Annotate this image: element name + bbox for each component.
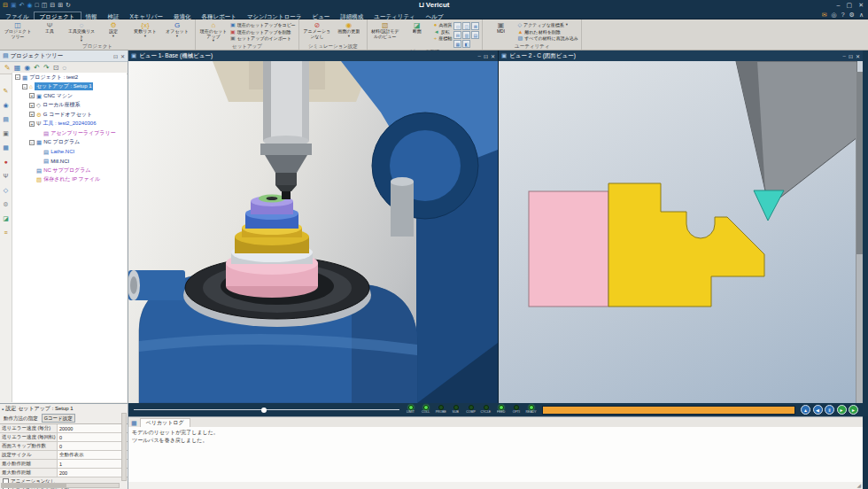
tree-close-icon[interactable]: ✕ [120, 53, 125, 59]
pause-button[interactable]: Ⅱ [825, 405, 834, 415]
log-tab[interactable]: ベリカットログ [140, 418, 190, 427]
redo-icon[interactable]: ↷ [43, 64, 50, 73]
settings-value[interactable]: 0 [58, 442, 128, 450]
stock-design-view-button[interactable]: ▧材料/設計モデルのビュー [370, 20, 400, 48]
tools-button[interactable]: Ψ工具 [35, 20, 65, 43]
help-icon[interactable]: ? [841, 11, 845, 19]
expander-icon[interactable]: + [29, 103, 35, 108]
step-back-button[interactable]: ◀ [813, 405, 823, 415]
remove-material-button[interactable]: ▲離れた材料を削除 [517, 29, 578, 35]
model-icon[interactable]: ▤ [3, 116, 9, 123]
project-tree-button[interactable]: ◫プロジェクトツリー [3, 20, 33, 43]
settings-gear-icon[interactable]: ⚙ [849, 11, 855, 19]
settings-tab-1[interactable]: 動作方法の指定 [2, 415, 40, 422]
view-minimize-button[interactable]: – [843, 53, 846, 59]
view-layout-7-icon[interactable]: ▦ [453, 40, 461, 48]
reset-model-button[interactable]: ▲ [801, 405, 810, 415]
speed-slider[interactable] [134, 406, 399, 415]
tree-item[interactable]: +Ψ工具 : test2_20240306 [12, 120, 127, 129]
axes-button[interactable]: +座標軸 [434, 35, 453, 41]
tree-item[interactable]: ▤NC サブプログラム [12, 166, 127, 175]
scrollbar-thumb[interactable] [856, 72, 863, 254]
import-setup-button[interactable]: ▣セットアップのインポート [230, 35, 296, 41]
view-layout-8-icon[interactable]: ◧ [462, 40, 470, 48]
settings-tab-2[interactable]: Gコード設定 [42, 414, 75, 423]
current-setup-button[interactable]: ⌂現在のセットアップ▾ [198, 20, 229, 43]
view-maximize-button[interactable]: ⊡ [484, 53, 488, 59]
settings-hscrollbar[interactable] [1, 483, 120, 488]
settings-value[interactable]: 0 [58, 433, 128, 441]
sound-icon[interactable]: ◎ [832, 11, 837, 19]
tree-item[interactable]: +▣CNC マシン [12, 91, 127, 101]
tree-item[interactable]: ▤アセンブリーライブラリー [12, 128, 127, 138]
minimize-button[interactable]: – [837, 2, 841, 9]
single-step-button[interactable]: ► [837, 405, 847, 415]
profile-view-scrollbar[interactable] [856, 72, 863, 403]
machine-icon[interactable]: ▣ [3, 130, 9, 137]
export-icon[interactable]: ⊡ [53, 64, 59, 73]
tree-item[interactable]: +⚙G コードオフセット [12, 110, 127, 120]
view-close-button[interactable]: ✕ [856, 53, 860, 59]
measure-icon[interactable]: ◉ [3, 102, 8, 109]
scrollbar-thumb[interactable] [2, 484, 66, 487]
settings-value[interactable]: 全動作表示 [58, 451, 128, 459]
reload-material-button[interactable]: ▨すべての材料に再読み込み [517, 35, 578, 41]
report-icon[interactable]: ▦ [3, 144, 9, 151]
tree-item[interactable]: −▦NC プログラム [12, 138, 127, 148]
settings-value[interactable]: 1 [58, 460, 128, 468]
expander-icon[interactable]: + [29, 112, 35, 117]
settings-vscrollbar[interactable] [121, 413, 127, 481]
view-maximize-button[interactable]: ⊡ [849, 53, 853, 59]
tool-change-list-button[interactable]: ◌工具交換リスト▾ [66, 20, 97, 43]
settings-value[interactable]: 20000 [58, 424, 128, 432]
resize-grip[interactable]: ◢ [856, 482, 861, 488]
copy-setup-button[interactable]: ▣現在のセットアップをコピー [230, 22, 296, 27]
tree-item[interactable]: ▨保存された IP ファイル [12, 175, 127, 185]
feedback-icon[interactable]: ✉ [822, 11, 827, 19]
invert-button[interactable]: ◄反転 [434, 29, 453, 35]
search-icon[interactable]: ◌ [62, 64, 66, 73]
slider-handle[interactable] [261, 408, 267, 413]
tree-item[interactable]: +◇ローカル座標系 [12, 101, 127, 111]
settings-value[interactable]: 200 [58, 469, 128, 477]
view-layout-4-icon[interactable]: ⊟ [453, 31, 461, 39]
high-quality-button[interactable]: ●高画質 [434, 22, 453, 27]
active-coord-button[interactable]: ◇アクティブな座標系▾ [517, 22, 578, 27]
settings-button[interactable]: ⚙設定▾ [98, 20, 128, 43]
view-layout-5-icon[interactable]: ▥ [462, 31, 470, 39]
machine-view-canvas[interactable] [128, 61, 498, 403]
expander-icon[interactable]: + [29, 121, 35, 127]
grid-icon[interactable]: ▦ [14, 64, 21, 73]
view-minimize-button[interactable]: – [478, 53, 481, 59]
view-layout-1-icon[interactable]: □ [453, 22, 461, 30]
view-layout-6-icon[interactable]: ▤ [471, 31, 479, 39]
close-button[interactable]: ✕ [858, 2, 864, 9]
tools-panel-icon[interactable]: Ψ [4, 173, 9, 180]
expander-icon[interactable]: + [29, 93, 35, 98]
select-icon[interactable]: ✎ [4, 88, 9, 95]
tree-item[interactable]: −⌂セットアップ : Setup 1 [12, 82, 127, 92]
undo-icon[interactable]: ↶ [34, 64, 40, 73]
tree-float-icon[interactable]: ⊡ [113, 53, 118, 59]
maximize-button[interactable]: ▢ [847, 2, 853, 9]
mdi-button[interactable]: ▣MDI [485, 20, 515, 43]
tree-item[interactable]: ▤Mill.NCI [12, 157, 127, 167]
assembly-icon[interactable]: ◉ [24, 64, 30, 73]
stop-icon[interactable]: ● [4, 159, 7, 166]
view-layout-2-icon[interactable]: ◫ [462, 22, 470, 30]
view-close-button[interactable]: ✕ [491, 53, 495, 59]
offset-button[interactable]: Gオフセット▾ [162, 20, 192, 43]
no-animation-button[interactable]: ⊘アニメーションなし [302, 20, 332, 43]
expander-icon[interactable]: − [29, 140, 35, 145]
tree-item[interactable]: −▦プロジェクト : test2 [12, 73, 127, 82]
coord-icon[interactable]: ◇ [4, 187, 8, 194]
refresh-display-button[interactable]: ◉画面の更新▾ [334, 20, 364, 43]
expander-icon[interactable]: − [22, 84, 27, 89]
expander-icon[interactable]: − [15, 74, 20, 80]
section-button[interactable]: ◪断面 [402, 20, 432, 48]
delete-setup-button[interactable]: ▣現在のセットアップを削除 [230, 29, 296, 35]
tree-item[interactable]: ▤Lathe.NCI [12, 147, 127, 157]
view-layout-3-icon[interactable]: ⊞ [471, 22, 479, 30]
section-tool-icon[interactable]: ◪ [3, 215, 9, 222]
collapse-ribbon-icon[interactable]: ∧ [859, 11, 864, 19]
